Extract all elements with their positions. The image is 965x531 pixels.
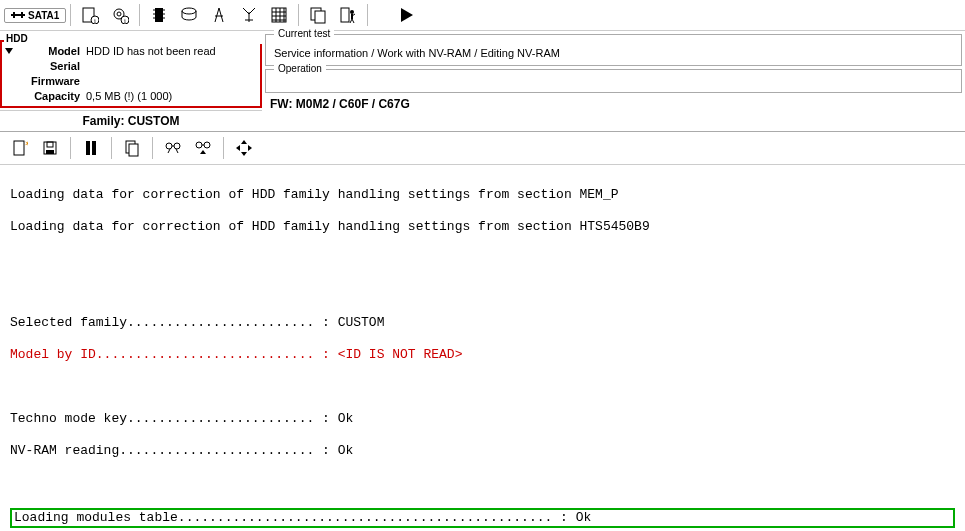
find-icon[interactable]	[159, 136, 187, 160]
family-line: Family: CUSTOM	[0, 110, 262, 131]
grid-icon[interactable]	[264, 2, 294, 28]
hdd-highlight-box: ModelHDD ID has not been read Serial Fir…	[0, 40, 262, 108]
compass-icon[interactable]	[204, 2, 234, 28]
log-line	[10, 379, 955, 395]
model-label: Model	[16, 44, 86, 59]
svg-point-49	[196, 142, 202, 148]
svg-point-7	[117, 12, 121, 16]
svg-marker-55	[236, 145, 240, 151]
svg-marker-56	[248, 145, 252, 151]
log-line	[10, 475, 955, 491]
svg-rect-26	[315, 11, 325, 23]
operation-panel: Operation	[265, 69, 962, 93]
current-test-title: Current test	[274, 28, 334, 39]
copy-doc-icon[interactable]	[118, 136, 146, 160]
svg-rect-35	[14, 141, 24, 155]
hdd-panel: HDD ModelHDD ID has not been read Serial…	[0, 31, 262, 131]
model-value: HDD ID has not been read	[86, 44, 254, 59]
svg-marker-54	[241, 152, 247, 156]
sata-icon	[11, 10, 25, 20]
fw-line: FW: M0M2 / C60F / C67G	[262, 93, 965, 115]
info-row: HDD ModelHDD ID has not been read Serial…	[0, 31, 965, 132]
right-panels: Current test Service information / Work …	[262, 31, 965, 115]
serial-value	[86, 59, 254, 74]
toolbar-separator	[70, 4, 71, 26]
svg-line-31	[350, 19, 352, 23]
firmware-label: Firmware	[16, 74, 86, 89]
find-next-icon[interactable]	[189, 136, 217, 160]
log-line	[10, 283, 955, 299]
log-line: Selected family........................ …	[10, 315, 955, 331]
firmware-value	[86, 74, 254, 89]
log-line	[10, 251, 955, 267]
svg-point-17	[182, 8, 196, 14]
antenna-icon[interactable]	[234, 2, 264, 28]
play-icon[interactable]	[392, 2, 422, 28]
current-test-panel: Current test Service information / Work …	[265, 34, 962, 66]
capacity-label: Capacity	[16, 89, 86, 104]
new-doc-icon[interactable]: ✶	[6, 136, 34, 160]
port-tab-label: SATA1	[28, 10, 59, 21]
svg-text:i: i	[94, 17, 96, 24]
pause-icon[interactable]	[77, 136, 105, 160]
gear-info-icon[interactable]: i	[105, 2, 135, 28]
log-line-error: Model by ID............................ …	[10, 347, 955, 363]
log-area: Loading data for correction of HDD famil…	[0, 165, 965, 531]
svg-rect-38	[47, 142, 53, 147]
svg-marker-52	[200, 150, 206, 154]
svg-rect-2	[21, 12, 23, 18]
svg-point-45	[174, 143, 180, 149]
svg-text:✶: ✶	[24, 139, 28, 149]
svg-line-48	[176, 149, 178, 153]
exit-icon[interactable]	[333, 2, 363, 28]
toolbar-separator	[152, 137, 153, 159]
svg-rect-27	[341, 8, 349, 22]
svg-text:i: i	[124, 17, 126, 24]
svg-rect-41	[92, 141, 96, 155]
svg-marker-34	[5, 48, 13, 54]
svg-rect-40	[86, 141, 90, 155]
svg-rect-10	[155, 8, 163, 22]
toolbar-separator	[139, 4, 140, 26]
toolbar-separator	[70, 137, 71, 159]
log-line: Loading data for correction of HDD famil…	[10, 187, 955, 203]
hdd-legend: HDD	[4, 33, 266, 44]
log-line: Loading modules table...................…	[14, 510, 591, 525]
log-line: Loading data for correction of HDD famil…	[10, 219, 955, 235]
svg-marker-53	[241, 140, 247, 144]
database-icon[interactable]	[174, 2, 204, 28]
log-line: Techno mode key........................ …	[10, 411, 955, 427]
svg-marker-33	[401, 8, 413, 22]
svg-rect-43	[129, 144, 138, 156]
move-icon[interactable]	[230, 136, 258, 160]
doc-info-icon[interactable]: i	[75, 2, 105, 28]
toolbar-separator	[367, 4, 368, 26]
log-toolbar: ✶	[0, 132, 965, 165]
main-toolbar: SATA1 i i	[0, 0, 965, 31]
toolbar-separator	[111, 137, 112, 159]
capacity-value: 0,5 MB (!) (1 000)	[86, 89, 254, 104]
svg-rect-1	[13, 12, 15, 18]
svg-line-32	[352, 19, 354, 23]
toolbar-separator	[223, 137, 224, 159]
current-test-value: Service information / Work with NV-RAM /…	[274, 47, 953, 59]
port-tab-sata1[interactable]: SATA1	[4, 8, 66, 23]
chevron-down-icon[interactable]	[4, 46, 14, 56]
save-icon[interactable]	[36, 136, 64, 160]
toolbar-separator	[298, 4, 299, 26]
chip-icon[interactable]	[144, 2, 174, 28]
svg-rect-39	[46, 150, 54, 154]
copy-icon[interactable]	[303, 2, 333, 28]
log-highlight-box: Loading modules table...................…	[10, 508, 955, 528]
svg-point-50	[204, 142, 210, 148]
svg-line-47	[168, 149, 170, 153]
serial-label: Serial	[16, 59, 86, 74]
svg-point-28	[350, 10, 354, 14]
operation-title: Operation	[274, 63, 326, 74]
svg-point-44	[166, 143, 172, 149]
log-line: NV-RAM reading......................... …	[10, 443, 955, 459]
